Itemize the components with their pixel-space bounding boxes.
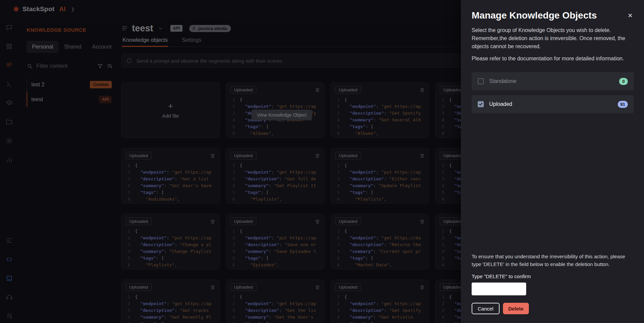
manage-knowledge-objects-modal: Manage Knowledge Objects × Select the gr… [461, 0, 644, 323]
modal-description: Select the group of Knowledge Objects yo… [472, 26, 634, 51]
modal-header: Manage Knowledge Objects × [472, 10, 634, 21]
modal-title: Manage Knowledge Objects [472, 10, 597, 21]
delete-confirm-input[interactable] [472, 283, 526, 295]
confirm-note: To ensure that you understand the irreve… [472, 253, 634, 268]
confirm-label: Type "DELETE" to confirm [472, 273, 634, 279]
modal-actions: Cancel Delete [472, 303, 634, 314]
delete-button[interactable]: Delete [503, 303, 529, 314]
close-icon[interactable]: × [626, 11, 634, 20]
group-label: Uploaded [489, 101, 512, 107]
uploaded-count-badge: 91 [618, 101, 628, 108]
group-label: Standalone [489, 78, 516, 84]
check-icon [479, 102, 483, 106]
modal-footer: To ensure that you understand the irreve… [472, 253, 634, 314]
standalone-count-badge: 0 [619, 78, 628, 85]
cancel-button[interactable]: Cancel [472, 303, 500, 314]
group-row-uploaded: Uploaded 91 [472, 95, 634, 113]
standalone-checkbox[interactable] [478, 78, 484, 84]
modal-docs-note: Please refer to the documentation for mo… [472, 55, 634, 63]
uploaded-checkbox[interactable] [478, 101, 484, 107]
group-row-standalone: Standalone 0 [472, 72, 634, 90]
